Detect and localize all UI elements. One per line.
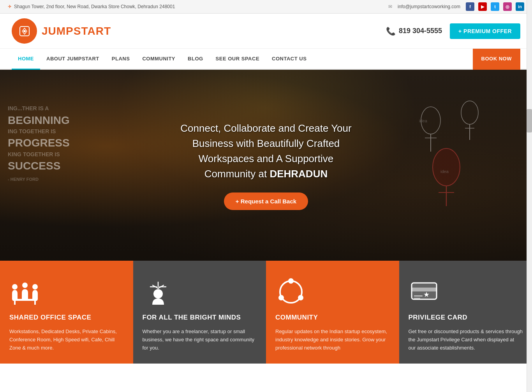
hero-section: ing...ther is a BEGINNING ing together i… bbox=[0, 70, 532, 261]
svg-text:idea: idea bbox=[419, 118, 428, 123]
community-ring-icon bbox=[275, 276, 307, 307]
topbar-address-area: ✈ Shagun Tower, 2nd floor, New Road, Dwa… bbox=[8, 4, 175, 9]
logo-text[interactable]: JUMPSTART bbox=[42, 25, 111, 37]
logo-area: JUMPSTART bbox=[12, 18, 111, 44]
linkedin-icon[interactable]: in bbox=[516, 2, 524, 11]
feature-community-title: COMMUNITY bbox=[275, 314, 318, 321]
nav-plans[interactable]: PLANS bbox=[106, 49, 136, 70]
nav-contact[interactable]: CONTACT US bbox=[266, 49, 313, 70]
header: JUMPSTART 📞 819 304-5555 + PREMIUM OFFER bbox=[0, 14, 532, 49]
youtube-icon[interactable]: ▶ bbox=[478, 2, 487, 11]
topbar: ✈ Shagun Tower, 2nd floor, New Road, Dwa… bbox=[0, 0, 532, 14]
svg-point-15 bbox=[32, 284, 38, 290]
svg-rect-17 bbox=[14, 301, 16, 305]
feature-bright-minds: FOR ALL THE BRIGHT MINDS Whether you are… bbox=[133, 261, 266, 364]
svg-point-5 bbox=[461, 101, 478, 124]
svg-point-13 bbox=[12, 284, 18, 290]
features-section: SHARED OFFICE SPACE Workstations, Dedica… bbox=[0, 261, 532, 364]
nav-see-space[interactable]: SEE OUR SPACE bbox=[210, 49, 266, 70]
svg-rect-18 bbox=[34, 301, 36, 305]
svg-point-14 bbox=[22, 283, 28, 288]
logo-icon[interactable] bbox=[12, 18, 37, 44]
feature-bright-title: FOR ALL THE BRIGHT MINDS bbox=[143, 314, 241, 321]
feature-community-desc: Regular updates on the Indian startup ec… bbox=[275, 328, 390, 352]
svg-point-1 bbox=[23, 30, 26, 32]
location-icon: ✈ bbox=[8, 4, 12, 9]
svg-text:idea: idea bbox=[440, 169, 449, 174]
facebook-icon[interactable]: f bbox=[466, 2, 474, 11]
nav-blog[interactable]: BLOG bbox=[181, 49, 210, 70]
feature-privilege-desc: Get free or discounted products & servic… bbox=[409, 328, 523, 352]
phone-icon: 📞 bbox=[386, 26, 396, 36]
hero-cta-button[interactable]: + Request a Call Back bbox=[224, 192, 308, 210]
nav-home[interactable]: HOME bbox=[12, 49, 40, 70]
nav-book-button[interactable]: BOOK NOW bbox=[473, 49, 520, 70]
privilege-card-icon: ★ bbox=[409, 276, 440, 307]
topbar-right: ✉ info@jumpstartcoworking.com f ▶ t ◎ in bbox=[388, 2, 524, 11]
feature-shared-title: SHARED OFFICE SPACE bbox=[9, 314, 91, 321]
svg-point-19 bbox=[153, 289, 163, 298]
feature-privilege: ★ PRIVILEGE CARD Get free or discounted … bbox=[399, 261, 532, 364]
phone-number: 819 304-5555 bbox=[399, 27, 442, 35]
svg-point-26 bbox=[288, 278, 294, 284]
hero-title: Connect, Collaborate and Create Your Bus… bbox=[180, 121, 351, 182]
svg-point-8 bbox=[433, 148, 460, 186]
decor-bulbs: idea idea bbox=[407, 89, 516, 245]
svg-rect-32 bbox=[414, 295, 423, 297]
svg-point-25 bbox=[280, 281, 302, 303]
phone-area: 📞 819 304-5555 bbox=[386, 26, 442, 36]
scrollbar-thumb[interactable] bbox=[527, 109, 532, 132]
email-text: info@jumpstartcoworking.com bbox=[398, 4, 460, 9]
feature-community: COMMUNITY Regular updates on the Indian … bbox=[266, 261, 399, 364]
svg-rect-33 bbox=[414, 298, 420, 299]
social-icons: f ▶ t ◎ in bbox=[466, 2, 524, 11]
svg-text:★: ★ bbox=[423, 291, 430, 298]
feature-bright-desc: Whether you are a freelancer, startup or… bbox=[143, 328, 257, 352]
feature-shared-desc: Workstations, Dedicated Desks, Private C… bbox=[9, 328, 124, 352]
nav-about[interactable]: ABOUT JUMPSTART bbox=[40, 49, 106, 70]
instagram-icon[interactable]: ◎ bbox=[503, 2, 512, 11]
svg-rect-16 bbox=[12, 299, 37, 301]
email-icon: ✉ bbox=[388, 4, 392, 9]
svg-point-27 bbox=[298, 295, 303, 300]
scrollbar[interactable] bbox=[527, 0, 532, 364]
wall-text: ing...ther is a BEGINNING ing together i… bbox=[8, 105, 70, 183]
hero-overlay: Connect, Collaborate and Create Your Bus… bbox=[173, 113, 359, 218]
bright-mind-icon bbox=[143, 276, 174, 307]
address-text: Shagun Tower, 2nd floor, New Road, Dwark… bbox=[14, 4, 175, 9]
nav-community[interactable]: COMMUNITY bbox=[136, 49, 181, 70]
people-desk-icon bbox=[9, 276, 41, 307]
svg-point-28 bbox=[278, 295, 284, 300]
premium-offer-button[interactable]: + PREMIUM OFFER bbox=[450, 23, 520, 39]
navbar: HOME ABOUT JUMPSTART PLANS COMMUNITY BLO… bbox=[0, 49, 532, 70]
header-right: 📞 819 304-5555 + PREMIUM OFFER bbox=[386, 23, 520, 39]
twitter-icon[interactable]: t bbox=[491, 2, 499, 11]
feature-privilege-title: PRIVILEGE CARD bbox=[409, 314, 468, 321]
feature-shared-office: SHARED OFFICE SPACE Workstations, Dedica… bbox=[0, 261, 133, 364]
